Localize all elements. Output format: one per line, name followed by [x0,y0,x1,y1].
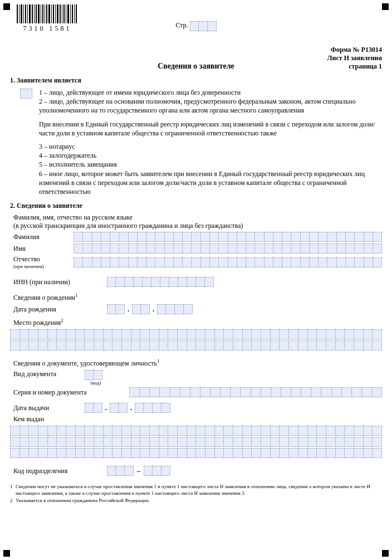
applicant-type-options-cont: 3 – нотариус 4 – залогодержатель 5 – исп… [39,142,382,196]
applicant-type-input[interactable] [20,89,32,99]
svg-rect-8 [34,4,35,23]
birth-date-month-input[interactable] [132,304,150,314]
dept-code-part1-input[interactable] [107,466,134,476]
svg-rect-7 [32,4,33,23]
svg-rect-25 [70,4,71,23]
birth-date-day-input[interactable] [107,304,125,314]
inn-input[interactable] [107,277,214,287]
fio-note2: (в русской транскрипции для иностранного… [13,222,382,230]
svg-rect-1 [19,4,19,23]
issue-date-day-input[interactable] [85,403,102,413]
surname-input[interactable] [74,232,382,242]
svg-rect-11 [41,4,41,23]
name-label: Имя [13,245,69,253]
birth-date-year-input[interactable] [157,304,193,314]
crop-mark-br [382,550,389,557]
doc-type-input[interactable] [85,370,102,380]
doc-sn-input[interactable] [129,387,382,397]
fio-note1: Фамилия, имя, отчество на русском языке [13,213,382,222]
name-input[interactable] [74,244,382,254]
svg-rect-3 [23,4,24,23]
footnotes: 1Сведения могут не указываться в случае … [10,484,382,504]
crop-mark-tr [382,3,389,10]
section1-heading: 1. Заявителем является [10,76,382,85]
doc-type-sub: (код) [85,380,107,386]
iddoc-heading: Сведения о документе, удостоверяющем лич… [13,358,382,368]
patronymic-input[interactable] [74,257,382,267]
page-label: Стр. [175,21,188,30]
svg-rect-23 [66,4,66,23]
crop-mark-bl [3,550,10,557]
doc-type-label: Вид документа [13,370,80,378]
surname-label: Фамилия [13,233,69,241]
doc-title: Сведения о заявителе [10,62,382,71]
birth-place-input[interactable] [10,329,382,350]
svg-rect-20 [60,4,61,23]
issued-by-input[interactable] [10,426,382,458]
dept-code-part2-input[interactable] [144,466,170,476]
svg-rect-15 [48,4,50,23]
crop-mark-tl [3,3,10,10]
inn-label: ИНН (при наличии) [13,278,102,286]
svg-rect-9 [36,4,37,23]
doc-sn-label: Серия и номер документа [13,388,125,397]
svg-rect-2 [21,4,22,23]
svg-rect-19 [57,4,58,23]
svg-rect-4 [25,4,26,23]
applicant-type-options: 1 – лицо, действующее от имени юридическ… [39,88,382,115]
svg-rect-21 [62,4,62,23]
svg-rect-16 [51,4,52,23]
svg-rect-14 [46,4,47,23]
barcode-number: 7310 1581 [17,25,78,33]
issue-date-month-input[interactable] [110,403,128,413]
barcode: 7310 1581 [17,4,78,33]
section2-heading: 2. Сведения о заявителе [10,202,382,210]
issue-date-year-input[interactable] [135,403,170,413]
page-number-input[interactable] [190,21,217,31]
birth-place-label: Место рождения2 [13,318,382,327]
svg-rect-12 [42,4,43,23]
form-identifier: Форма № Р13014 Лист Н заявления страница… [327,46,382,71]
svg-rect-0 [17,4,18,23]
svg-rect-27 [74,4,75,23]
svg-rect-6 [29,4,31,23]
issued-by-label: Кем выдан [13,415,382,423]
dept-code-label: Код подразделения [13,467,102,475]
birth-heading: Сведения о рождении1 [13,293,382,302]
svg-rect-10 [38,4,40,23]
section1-note: При внесении в Единый государственный ре… [39,120,382,138]
svg-rect-24 [67,4,69,23]
svg-rect-13 [45,4,45,23]
patronymic-label: Отчество (при наличии) [13,255,69,269]
svg-rect-5 [27,4,28,23]
svg-rect-18 [55,4,56,23]
birth-date-label: Дата рождения [13,305,102,314]
svg-rect-22 [63,4,65,23]
svg-rect-17 [53,4,54,23]
svg-rect-28 [76,4,77,23]
svg-rect-26 [72,4,73,23]
issue-date-label: Дата выдачи [13,404,80,412]
